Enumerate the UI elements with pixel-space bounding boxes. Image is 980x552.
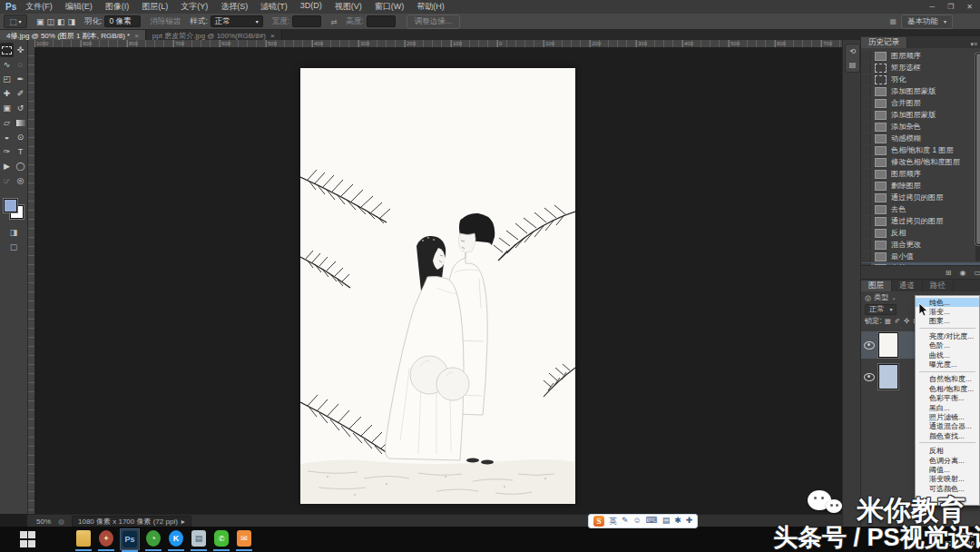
history-item[interactable]: 修改色相/饱和度图层: [861, 156, 980, 168]
path-selection-tool[interactable]: ▶: [0, 159, 14, 173]
taskbar-photoshop[interactable]: Ps: [120, 528, 140, 550]
selection-mode-button[interactable]: ▣: [36, 17, 44, 26]
ime-toolbox-icon[interactable]: ✚: [686, 516, 693, 527]
shape-tool[interactable]: ◯: [14, 159, 27, 173]
history-panel-tab[interactable]: 历史记录: [861, 37, 907, 48]
history-source-well[interactable]: [861, 251, 871, 262]
menu-item[interactable]: 文件(F): [25, 1, 53, 13]
menu-option[interactable]: 色调分离...: [916, 456, 979, 465]
lock-icon[interactable]: ✐: [895, 317, 900, 325]
crop-tool[interactable]: ◰: [0, 72, 14, 86]
document-canvas[interactable]: [300, 68, 575, 504]
history-source-well[interactable]: [861, 98, 871, 109]
history-item[interactable]: 混合更改: [861, 239, 980, 251]
menu-option[interactable]: [919, 371, 975, 373]
layer-thumbnail[interactable]: [878, 332, 898, 358]
history-source-well[interactable]: [861, 122, 871, 133]
eyedropper-tool[interactable]: ✒: [14, 72, 27, 86]
blur-tool[interactable]: ◒: [0, 130, 14, 144]
workspace-switcher[interactable]: 基本功能▾: [901, 15, 953, 29]
refine-edge-button[interactable]: 调整边缘...: [407, 15, 460, 29]
width-input[interactable]: [292, 15, 321, 27]
history-item[interactable]: 羽化: [861, 74, 980, 85]
layers-panel-tab[interactable]: 图层: [861, 281, 892, 291]
selection-mode-button[interactable]: ◫: [47, 17, 55, 26]
filter-dropdown-icon[interactable]: ⌄: [892, 294, 897, 301]
history-item[interactable]: 图层顺序: [861, 50, 980, 62]
taskbar-kugou[interactable]: K: [167, 528, 185, 548]
menu-option[interactable]: 亮度/对比度...: [916, 331, 979, 340]
quick-selection-tool[interactable]: ◌: [14, 57, 27, 72]
menu-item[interactable]: 图像(I): [105, 1, 130, 13]
history-item[interactable]: 通过拷贝的图层: [861, 215, 980, 227]
history-source-well[interactable]: [861, 240, 871, 251]
history-item[interactable]: 矩形选框: [861, 62, 980, 74]
menu-option[interactable]: 色阶...: [916, 341, 979, 350]
history-item[interactable]: 最小值: [861, 251, 980, 262]
menu-option[interactable]: 通道混合器...: [916, 422, 979, 431]
history-source-well[interactable]: [861, 110, 871, 121]
start-button[interactable]: [20, 531, 36, 547]
menu-option[interactable]: 色彩平衡...: [916, 394, 979, 403]
history-item[interactable]: 色相/饱和度 1 图层: [861, 144, 980, 156]
panel-menu-icon[interactable]: ▾≡: [970, 41, 977, 48]
style-select[interactable]: 正常▾: [211, 15, 263, 27]
doc-info-arrow[interactable]: ▸: [181, 518, 185, 526]
ime-skin-icon[interactable]: ✱: [674, 516, 681, 527]
rectangular-marquee-tool[interactable]: [0, 43, 14, 57]
history-source-well[interactable]: [861, 74, 871, 85]
eraser-tool[interactable]: ▱: [0, 115, 14, 130]
menu-item[interactable]: 视图(V): [335, 1, 362, 13]
type-tool[interactable]: T: [14, 144, 27, 159]
ime-keyboard-icon[interactable]: ⌨: [646, 516, 658, 527]
history-source-well[interactable]: [861, 157, 871, 168]
ime-lang-toggle[interactable]: 英: [609, 516, 617, 527]
history-item[interactable]: 合并图层: [861, 97, 980, 109]
menu-item[interactable]: 滤镜(T): [260, 1, 288, 13]
history-source-well[interactable]: [861, 192, 871, 203]
pen-tool[interactable]: ✑: [0, 144, 14, 159]
ime-clipboard-icon[interactable]: ▤: [662, 516, 671, 527]
restore-button[interactable]: ❐: [947, 3, 954, 11]
tab-close-icon[interactable]: ×: [134, 32, 139, 40]
menu-option[interactable]: 色相/饱和度...: [916, 384, 979, 393]
menu-option[interactable]: 颜色查找...: [916, 431, 979, 440]
move-tool[interactable]: ✜: [14, 43, 27, 57]
menu-option[interactable]: 渐变映射...: [916, 475, 979, 484]
menu-option[interactable]: 自然饱和度...: [916, 375, 979, 384]
menu-option[interactable]: 照片滤镜...: [916, 412, 979, 421]
dodge-tool[interactable]: ⊙: [14, 130, 27, 144]
ime-emoji-icon[interactable]: ☺: [633, 516, 642, 527]
menu-item[interactable]: 帮助(H): [416, 1, 445, 13]
layers-panel-tab[interactable]: 路径: [923, 281, 954, 291]
history-item[interactable]: 添加图层蒙版: [861, 109, 980, 121]
history-source-well[interactable]: [861, 169, 871, 180]
history-source-well[interactable]: [861, 133, 871, 144]
menu-option[interactable]: 曝光度...: [916, 360, 979, 369]
history-item[interactable]: 添加图层蒙版: [861, 85, 980, 97]
swap-width-height-icon[interactable]: ⇄: [330, 17, 337, 26]
layer-visibility-eye-icon[interactable]: [864, 341, 875, 350]
tab-close-icon[interactable]: ×: [270, 32, 275, 40]
history-source-well[interactable]: [861, 228, 871, 239]
new-snapshot-button[interactable]: ◉: [959, 269, 965, 277]
healing-brush-tool[interactable]: ✚: [0, 86, 14, 101]
selection-mode-button[interactable]: ◧: [57, 17, 65, 26]
menu-option[interactable]: 反相: [916, 446, 979, 455]
ime-pen-icon[interactable]: ✎: [622, 516, 629, 527]
history-item[interactable]: 去色: [861, 203, 980, 215]
history-item[interactable]: 删除图层: [861, 180, 980, 192]
history-item[interactable]: 动感模糊: [861, 133, 980, 144]
workspace-grid-icon[interactable]: ▦: [889, 17, 897, 25]
properties-dock-icon[interactable]: ▤: [849, 61, 857, 69]
sogou-logo[interactable]: S: [593, 516, 604, 527]
menu-option[interactable]: [919, 328, 975, 330]
menu-item[interactable]: 选择(S): [220, 1, 248, 13]
lock-icon[interactable]: ▦: [885, 317, 891, 325]
taskbar-app-green[interactable]: ◔: [144, 528, 162, 548]
feather-input[interactable]: 0 像素: [104, 15, 141, 27]
menu-item[interactable]: 图层(L): [142, 1, 168, 13]
zoom-level[interactable]: 50%: [36, 518, 51, 526]
tool-preset-button[interactable]: ⬚▾: [4, 15, 27, 28]
menu-option[interactable]: [919, 442, 975, 444]
